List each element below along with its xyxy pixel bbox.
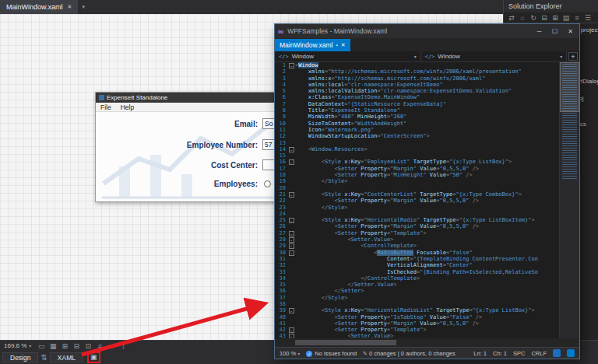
expand-pane-icon[interactable]: ▣ — [87, 352, 100, 363]
column-indicator[interactable]: Ch: 1 — [493, 350, 507, 357]
code-line[interactable]: 18 <Setter Property="MinHeight" Value="5… — [275, 172, 559, 178]
fold-collapse-icon[interactable]: - — [287, 250, 295, 256]
code-line[interactable]: 38 — [275, 301, 559, 307]
floating-window-titlebar[interactable]: ∞ WPFSamples - MainWindow.xaml ─ ☐ ✕ — [275, 24, 579, 38]
spaces-indicator[interactable]: SPC — [513, 350, 525, 357]
close-icon[interactable]: ✕ — [565, 28, 576, 35]
vertical-split-icon[interactable]: ↕ — [118, 342, 128, 350]
code-line[interactable]: 26 <Setter Property="Margin" Value="0,5,… — [275, 223, 559, 229]
floating-editor-window[interactable]: ∞ WPFSamples - MainWindow.xaml ─ ☐ ✕ Mai… — [274, 23, 580, 359]
code-line[interactable]: 32 VerticalAlignment="Center" — [275, 262, 559, 268]
code-line[interactable]: 22 <Setter Property="Margin" Value="0,5,… — [275, 198, 559, 204]
minimap-viewport[interactable] — [560, 62, 579, 112]
horizontal-scrollbar[interactable] — [275, 338, 579, 347]
fold-collapse-icon[interactable]: - — [287, 327, 295, 333]
document-health-indicator[interactable]: ✓No issues found — [306, 350, 357, 357]
code-line[interactable]: 9 MinWidth="480" MinHeight="260" — [275, 114, 559, 120]
pin-icon[interactable]: ▪ — [336, 43, 338, 47]
code-line[interactable]: 40 <Setter Property="IsTabStop" Value="F… — [275, 314, 559, 320]
expand-all-icon[interactable]: ⊞ — [551, 14, 560, 22]
menu-file[interactable]: File — [96, 103, 116, 111]
fold-collapse-icon[interactable]: - — [287, 159, 295, 165]
code-line[interactable]: 12 WindowStartupLocation="CenterScreen"> — [275, 133, 559, 139]
code-line[interactable]: 23 </Style> — [275, 205, 559, 211]
code-line[interactable]: 35 </Setter.Value> — [275, 282, 559, 288]
code-line[interactable]: 13 — [275, 140, 559, 146]
line-indicator[interactable]: Ln: 1 — [473, 350, 487, 357]
tab-mainwindow-xaml[interactable]: MainWindow.xaml ✕ — [0, 0, 78, 14]
swap-panes-icon[interactable]: ⇅ — [40, 353, 47, 362]
close-icon[interactable]: ✕ — [68, 4, 72, 10]
snaplines-icon[interactable]: ⊡ — [83, 342, 93, 350]
toggle-artboard-background-icon[interactable]: ⊟ — [72, 342, 81, 350]
code-line[interactable]: 16- <Style x:Key="EmployeeList" TargetTy… — [275, 159, 559, 165]
zoom-fit-icon[interactable]: ▭ — [37, 342, 46, 350]
code-line[interactable]: 30- <RadioButton Focusable="false" — [275, 250, 559, 256]
code-line[interactable]: 2 xmlns="http://schemas.microsoft.com/wi… — [275, 68, 559, 75]
add-icon[interactable]: + — [568, 52, 578, 61]
fold-collapse-icon[interactable]: - — [287, 217, 295, 223]
code-line[interactable]: 33 IsChecked="{Binding Path=IsSelected,R… — [275, 269, 559, 275]
code-line[interactable]: 39- <Style x:Key="HorizontalRadioList" T… — [275, 307, 559, 313]
code-line[interactable]: 3 xmlns:x="http://schemas.microsoft.com/… — [275, 75, 559, 82]
fold-collapse-icon[interactable]: - — [287, 307, 295, 313]
home-icon[interactable]: ⌂ — [518, 14, 527, 22]
preview-selected-items-icon[interactable]: ☰ — [583, 14, 593, 22]
code-line[interactable]: 11 Icon="Watermark.png" — [275, 127, 559, 133]
code-line[interactable]: 20 — [275, 185, 559, 191]
code-line[interactable]: 25- <Style x:Key="HorizontalRadio" Targe… — [275, 217, 559, 223]
tab-xaml[interactable]: XAML — [50, 352, 83, 362]
design-preview-window[interactable]: ExpenseIt Standalone File Help Email: So… — [95, 92, 282, 202]
close-icon[interactable]: ✕ — [341, 42, 346, 48]
code-line[interactable]: 29- <ControlTemplate> — [275, 243, 559, 249]
snap-to-grid-icon[interactable]: ⊞ — [60, 342, 69, 350]
code-lines[interactable]: 1-<Window2 xmlns="http://schemas.microso… — [275, 62, 559, 338]
code-line[interactable]: 7 DataContext="{StaticResource ExpenseDa… — [275, 101, 559, 107]
code-line[interactable]: 34 </ControlTemplate> — [275, 275, 559, 282]
refresh-icon[interactable]: ↻ — [529, 14, 538, 22]
code-line[interactable]: 36 </Setter> — [275, 288, 559, 294]
zoom-level-combobox[interactable]: 169.6 % — [4, 342, 26, 349]
chevron-down-icon[interactable]: ▾ — [82, 4, 85, 10]
code-line[interactable]: 19 </Style> — [275, 178, 559, 184]
member-dropdown[interactable]: </> Window ▾ — [421, 51, 568, 61]
code-line[interactable]: 17 <Setter Property="Margin" Value="0,5,… — [275, 166, 559, 172]
code-line[interactable]: 4 xmlns:local="clr-namespace:ExpenseItDe… — [275, 82, 559, 88]
employees-radio-button[interactable] — [264, 180, 271, 187]
code-line[interactable]: 5 xmlns:localValidation="clr-namespace:E… — [275, 88, 559, 94]
code-line[interactable]: 37 </Style> — [275, 295, 559, 301]
code-line[interactable]: 21- <Style x:Key="CostCenterList" Target… — [275, 191, 559, 198]
solution-explorer-header[interactable]: Solution Explorer — [504, 0, 598, 12]
fold-collapse-icon[interactable]: - — [287, 230, 295, 236]
tab-mainwindow-xaml-active[interactable]: MainWindow.xaml ▪ ✕ — [275, 39, 350, 51]
fold-collapse-icon[interactable]: - — [287, 191, 295, 198]
collapse-all-icon[interactable]: ⊟ — [540, 14, 549, 22]
code-line[interactable]: 24 — [275, 211, 559, 217]
tab-design[interactable]: Design — [2, 352, 38, 362]
code-line[interactable]: 6 x:Class="ExpenseItDemo.MainWindow" — [275, 94, 559, 100]
code-line[interactable]: 10 SizeToContent="WidthAndHeight" — [275, 121, 559, 127]
show-annotations-icon[interactable]: ≡ — [95, 342, 104, 350]
feedback-icon[interactable] — [553, 349, 561, 357]
code-line[interactable]: 1-<Window — [275, 62, 559, 68]
minimize-icon[interactable]: ─ — [533, 28, 545, 35]
code-line[interactable]: 8 Title="ExpenseIt Standalone" — [275, 107, 559, 114]
fold-collapse-icon[interactable]: - — [287, 236, 295, 243]
code-line[interactable]: 15 — [275, 152, 559, 159]
maximize-icon[interactable]: ☐ — [549, 28, 561, 35]
fold-collapse-icon[interactable]: - — [287, 146, 295, 152]
fold-collapse-icon[interactable]: - — [287, 62, 295, 68]
scrollbar-thumb[interactable] — [295, 340, 396, 345]
eol-indicator[interactable]: CRLF — [531, 350, 547, 357]
editor-zoom-control[interactable]: 100 %▾ — [280, 350, 300, 357]
scrollbar-map[interactable] — [559, 62, 579, 338]
code-line[interactable]: 14- <Window.Resources> — [275, 146, 559, 152]
type-dropdown[interactable]: </> Window ▾ — [275, 51, 421, 61]
git-changes-indicator[interactable]: ✎0 changes | 0 authors, 0 changes — [363, 350, 456, 357]
show-all-files-icon[interactable]: ▤ — [561, 14, 571, 22]
sync-with-active-document-icon[interactable]: ≡ — [572, 14, 582, 22]
horizontal-split-icon[interactable]: ↔ — [107, 342, 116, 350]
code-line[interactable]: 31 Content="{TemplateBinding ContentPres… — [275, 256, 559, 262]
code-line[interactable]: 27- <Setter Property="Template"> — [275, 230, 559, 236]
switch-views-icon[interactable]: ⇄ — [507, 14, 516, 22]
